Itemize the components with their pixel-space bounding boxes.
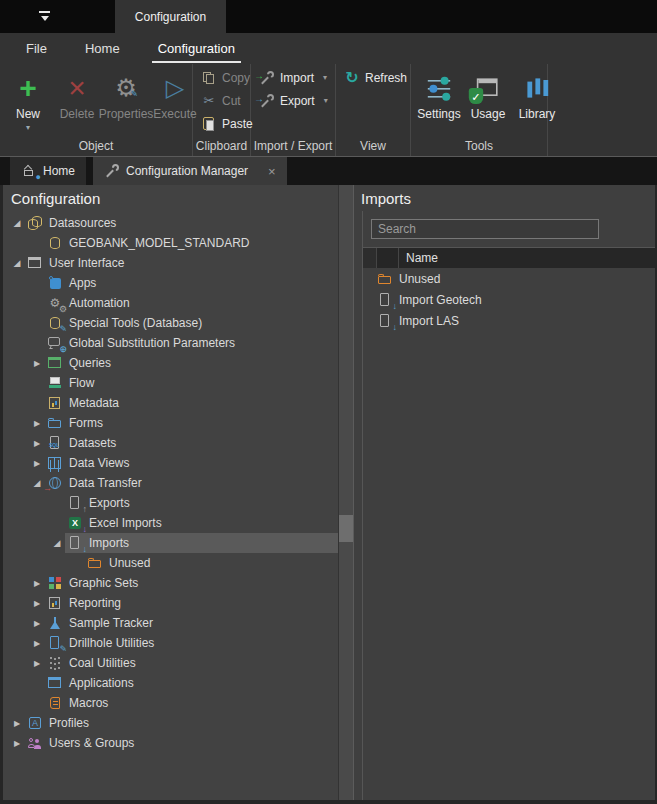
copy-button[interactable]: Copy <box>197 66 248 89</box>
ribbon-tab-configuration[interactable]: Configuration <box>144 33 249 64</box>
tree-item-content[interactable]: ✎Drillhole Utilities <box>45 633 338 653</box>
tree-item-content[interactable]: Sample Tracker <box>45 613 338 633</box>
tree-item-drillhole-utilities[interactable]: ▶✎Drillhole Utilities <box>3 633 338 653</box>
doc-tab-configuration-manager[interactable]: Configuration Manager× <box>93 157 287 185</box>
export-button[interactable]: →Export▾ <box>255 89 333 112</box>
expand-closed-icon[interactable]: ▶ <box>9 719 25 728</box>
tree-item-content[interactable]: Metadata <box>45 393 338 413</box>
expand-closed-icon[interactable]: ▶ <box>29 659 45 668</box>
library-button[interactable]: Library <box>513 66 561 139</box>
tree-item-unused[interactable]: Unused <box>3 553 338 573</box>
expand-open-icon[interactable]: ◢ <box>9 218 25 228</box>
tree-item-content[interactable]: User Interface <box>25 253 338 273</box>
expand-closed-icon[interactable]: ▶ <box>29 619 45 628</box>
tree-item-queries[interactable]: ▶Queries <box>3 353 338 373</box>
ribbon-tab-home[interactable]: Home <box>71 33 134 64</box>
expand-closed-icon[interactable]: ▶ <box>9 739 25 748</box>
dropdown-arrow-icon[interactable]: ▾ <box>324 96 328 105</box>
tree-item-user-interface[interactable]: ◢User Interface <box>3 253 338 273</box>
tree-item-excel-imports[interactable]: ↓Excel Imports <box>3 513 338 533</box>
expand-closed-icon[interactable]: ▶ <box>29 419 45 428</box>
tree-item-reporting[interactable]: ▶Reporting <box>3 593 338 613</box>
tree-item-content[interactable]: ↑Exports <box>65 493 338 513</box>
settings-button[interactable]: Settings <box>415 66 463 139</box>
tree-item-content[interactable]: Apps <box>45 273 338 293</box>
properties-button[interactable]: ⚙✎Properties <box>102 66 150 139</box>
tree-item-content[interactable]: Users & Groups <box>25 733 338 753</box>
splitter-thumb[interactable] <box>339 515 353 542</box>
tree-item-global-substitution-parameters[interactable]: ⊕Global Substitution Parameters <box>3 333 338 353</box>
tree-item-applications[interactable]: Applications <box>3 673 338 693</box>
expand-closed-icon[interactable]: ▶ <box>29 439 45 448</box>
tree-item-content[interactable]: Datasources <box>25 213 338 233</box>
paste-button[interactable]: Paste <box>197 112 248 135</box>
tree-item-content[interactable]: GEOBANK_MODEL_STANDARD <box>45 233 338 253</box>
tree-item-data-transfer[interactable]: ◢→Data Transfer <box>3 473 338 493</box>
table-row-import-geotech[interactable]: ↓Import Geotech <box>363 289 655 310</box>
new-button[interactable]: +New▾ <box>4 66 52 139</box>
tree-item-content[interactable]: Queries <box>45 353 338 373</box>
expand-closed-icon[interactable]: ▶ <box>29 579 45 588</box>
table-row-import-las[interactable]: ↓Import LAS <box>363 310 655 331</box>
tree-item-forms[interactable]: ▶Forms <box>3 413 338 433</box>
expand-closed-icon[interactable]: ▶ <box>29 599 45 608</box>
expand-open-icon[interactable]: ◢ <box>49 538 65 548</box>
tree-item-content[interactable]: ⚙⚙Automation <box>45 293 338 313</box>
expand-closed-icon[interactable]: ▶ <box>29 359 45 368</box>
tree-item-geobank-model-standard[interactable]: GEOBANK_MODEL_STANDARD <box>3 233 338 253</box>
tree-item-content[interactable]: Graphic Sets <box>45 573 338 593</box>
tree-item-content[interactable]: Forms <box>45 413 338 433</box>
tree-item-content[interactable]: ✎Special Tools (Database) <box>45 313 338 333</box>
expand-closed-icon[interactable]: ▶ <box>29 639 45 648</box>
tree-item-content[interactable]: Unused <box>85 553 338 573</box>
tree-item-content[interactable]: Data Views <box>45 453 338 473</box>
execute-button[interactable]: ▷Execute <box>151 66 199 139</box>
usage-button[interactable]: ✓Usage <box>464 66 512 139</box>
cut-button[interactable]: ✂Cut <box>197 89 248 112</box>
tree-item-metadata[interactable]: Metadata <box>3 393 338 413</box>
tree-item-content[interactable]: Profiles <box>25 713 338 733</box>
tree-item-content[interactable]: ↓Excel Imports <box>65 513 338 533</box>
delete-button[interactable]: ×Delete <box>53 66 101 139</box>
tree-item-imports[interactable]: ◢↓Imports <box>3 533 338 553</box>
panel-splitter[interactable] <box>338 185 354 800</box>
tree-item-content[interactable]: Coal Utilities <box>45 653 338 673</box>
tree-item-users-groups[interactable]: ▶Users & Groups <box>3 733 338 753</box>
tree-item-content[interactable]: ↓Imports <box>65 533 338 553</box>
import-button[interactable]: →Import▾ <box>255 66 333 89</box>
tree-item-profiles[interactable]: ▶Profiles <box>3 713 338 733</box>
tree-item-content[interactable]: SQLDatasets <box>45 433 338 453</box>
tree-item-exports[interactable]: ↑Exports <box>3 493 338 513</box>
search-input[interactable] <box>371 219 599 239</box>
quick-access-dropdown-icon[interactable] <box>36 8 54 24</box>
tree-item-datasets[interactable]: ▶SQLDatasets <box>3 433 338 453</box>
dropdown-arrow-icon[interactable]: ▾ <box>323 73 327 82</box>
tree-item-content[interactable]: Macros <box>45 693 338 713</box>
expand-open-icon[interactable]: ◢ <box>9 258 25 268</box>
tree-item-apps[interactable]: Apps <box>3 273 338 293</box>
ribbon-tab-file[interactable]: File <box>12 33 61 64</box>
tree-item-macros[interactable]: Macros <box>3 693 338 713</box>
tree-item-content[interactable]: Flow <box>45 373 338 393</box>
tree-item-content[interactable]: Reporting <box>45 593 338 613</box>
doc-tab-home[interactable]: ●Home <box>10 157 86 185</box>
table-header-name[interactable]: Name <box>399 248 438 268</box>
refresh-button[interactable]: ↻Refresh <box>340 66 408 89</box>
tree-item-automation[interactable]: ⚙⚙Automation <box>3 293 338 313</box>
tree-item-content[interactable]: ⊕Global Substitution Parameters <box>45 333 338 353</box>
dropdown-arrow-icon[interactable]: ▾ <box>26 124 30 132</box>
tree-item-content[interactable]: →Data Transfer <box>45 473 338 493</box>
tree-item-graphic-sets[interactable]: ▶Graphic Sets <box>3 573 338 593</box>
context-tab-configuration[interactable]: Configuration <box>115 0 226 33</box>
tree-item-data-views[interactable]: ▶Data Views <box>3 453 338 473</box>
tree-item-content[interactable]: Applications <box>45 673 338 693</box>
tree-item-coal-utilities[interactable]: ▶Coal Utilities <box>3 653 338 673</box>
close-icon[interactable]: × <box>268 165 276 178</box>
table-row-unused[interactable]: Unused <box>363 268 655 289</box>
automation-icon: ⚙⚙ <box>47 295 63 311</box>
tree-item-special-tools-database[interactable]: ✎Special Tools (Database) <box>3 313 338 333</box>
tree-item-sample-tracker[interactable]: ▶Sample Tracker <box>3 613 338 633</box>
tree-item-datasources[interactable]: ◢Datasources <box>3 213 338 233</box>
expand-closed-icon[interactable]: ▶ <box>29 459 45 468</box>
tree-item-flow[interactable]: Flow <box>3 373 338 393</box>
